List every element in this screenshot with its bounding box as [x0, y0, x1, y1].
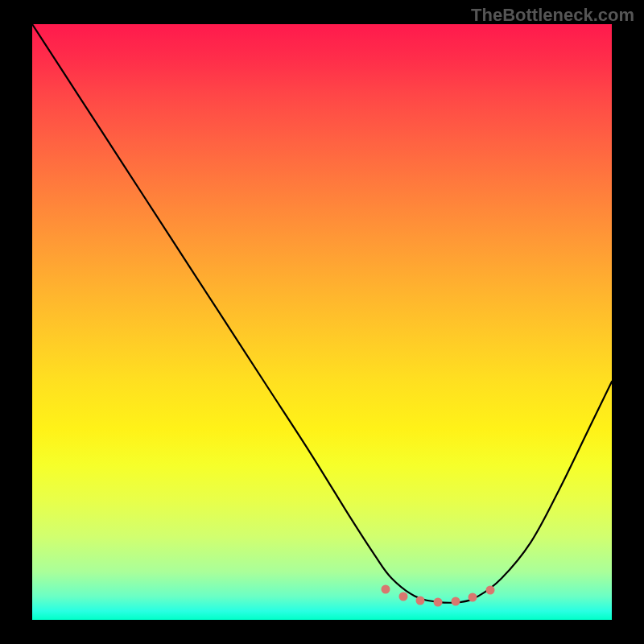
watermark-text: TheBottleneck.com: [471, 5, 634, 26]
trough-marker: [382, 584, 390, 593]
trough-markers: [32, 24, 612, 620]
trough-marker: [416, 597, 425, 605]
chart-container: TheBottleneck.com: [0, 0, 644, 644]
trough-marker: [469, 592, 477, 601]
trough-marker: [398, 592, 407, 601]
plot-area: [32, 24, 612, 620]
trough-marker: [485, 586, 494, 595]
trough-marker: [451, 597, 460, 606]
trough-marker: [434, 597, 443, 606]
